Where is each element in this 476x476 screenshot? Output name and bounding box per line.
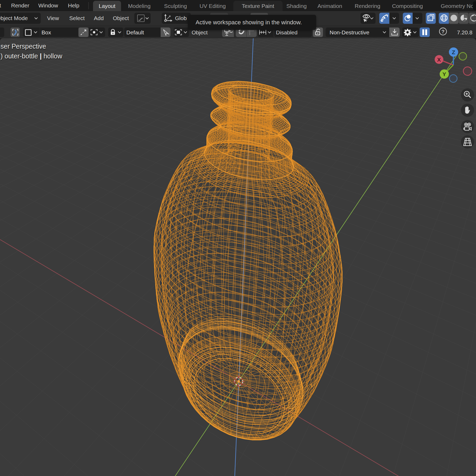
svg-text:Z: Z bbox=[452, 49, 455, 55]
svg-text:Y: Y bbox=[442, 71, 446, 77]
svg-text:?: ? bbox=[441, 29, 445, 34]
svg-text:X: X bbox=[437, 57, 441, 63]
